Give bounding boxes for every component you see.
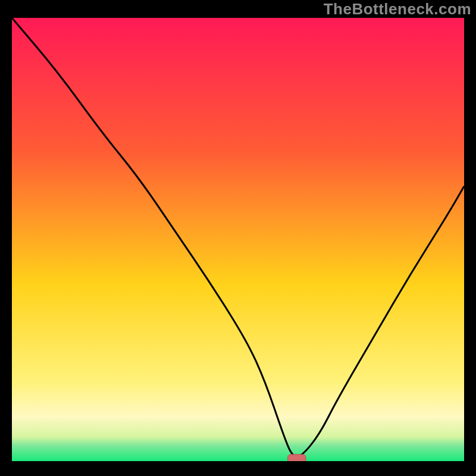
chart-frame: TheBottleneck.com (0, 0, 476, 476)
bottleneck-plot (12, 18, 464, 461)
plot-svg (12, 18, 464, 461)
watermark-text: TheBottleneck.com (324, 0, 471, 18)
optimal-marker (288, 455, 306, 461)
plot-background (12, 18, 464, 461)
